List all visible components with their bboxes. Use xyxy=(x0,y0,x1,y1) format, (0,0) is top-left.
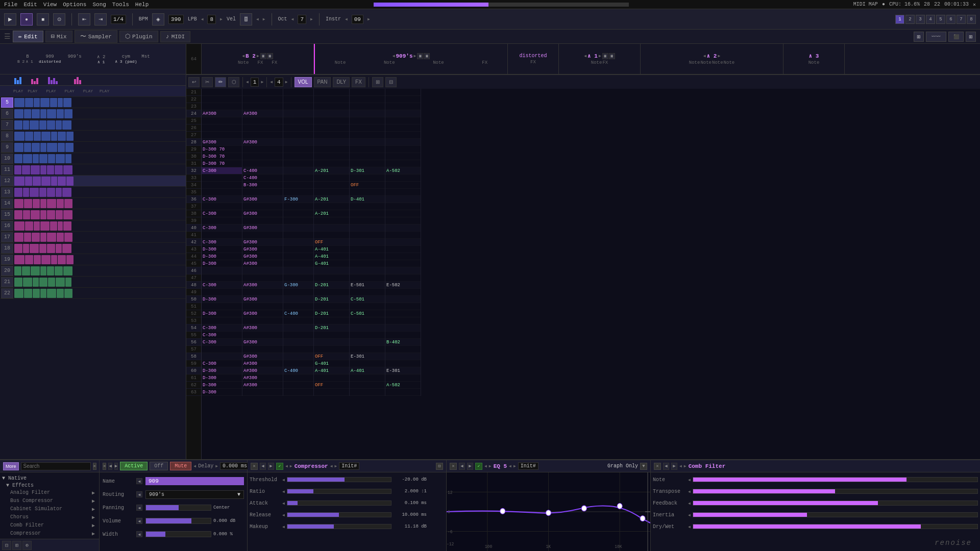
seq-cell[interactable] xyxy=(350,332,385,339)
pattern-block[interactable] xyxy=(40,199,46,208)
seq-cell[interactable]: OFF xyxy=(314,239,349,246)
seq-cell[interactable] xyxy=(385,267,421,274)
effect-comb-filter[interactable]: Comb Filter ▶ xyxy=(2,521,97,530)
quantize-value[interactable]: 1 xyxy=(251,78,259,87)
pattern-block[interactable] xyxy=(57,233,64,242)
seq-cell[interactable] xyxy=(283,360,313,367)
delay-value[interactable]: 0.000 ms xyxy=(220,462,251,470)
seq-cell[interactable]: D-300 xyxy=(202,246,242,253)
seq-cell[interactable]: D-300 xyxy=(202,310,242,317)
seq-cell[interactable] xyxy=(350,232,385,239)
seq-cell[interactable]: D-301 xyxy=(350,167,385,174)
pattern-block[interactable] xyxy=(57,289,64,298)
effects-close[interactable]: ✕ xyxy=(93,463,96,470)
pattern-block[interactable] xyxy=(14,244,22,253)
seq-cell[interactable] xyxy=(283,217,313,224)
seq-cell[interactable] xyxy=(385,153,421,160)
pattern-block[interactable] xyxy=(58,221,63,231)
pattern-block[interactable] xyxy=(24,199,32,208)
pattern-block[interactable] xyxy=(25,221,33,231)
pattern-block[interactable] xyxy=(14,199,23,208)
play-button[interactable]: ▶ xyxy=(4,13,16,26)
seq-cell[interactable] xyxy=(202,317,242,324)
seq-header-distorted[interactable]: distorted FX xyxy=(508,44,559,74)
pattern-block[interactable] xyxy=(65,154,71,163)
seq-cell[interactable]: G#300 xyxy=(242,224,283,232)
pattern-block[interactable] xyxy=(50,98,57,107)
seq-cell[interactable] xyxy=(350,374,385,382)
tab-plugin[interactable]: ⬡ Plugin xyxy=(119,31,158,42)
instr-up[interactable]: ▶ xyxy=(368,17,370,21)
seq-cell[interactable] xyxy=(385,196,421,203)
song-progress-bar[interactable] xyxy=(374,3,629,7)
seq-cell[interactable] xyxy=(385,182,421,189)
oct-down[interactable]: ◀ xyxy=(291,17,294,21)
seq-cell[interactable] xyxy=(385,253,421,260)
ratio-left[interactable]: ◀ xyxy=(282,489,285,494)
pattern-block[interactable] xyxy=(23,244,29,253)
seq-cell[interactable]: B-402 xyxy=(385,339,421,346)
seq-cell[interactable] xyxy=(350,224,385,232)
seq-cell[interactable] xyxy=(314,117,349,124)
seq-cell[interactable] xyxy=(350,239,385,246)
seq-cell[interactable] xyxy=(385,232,421,239)
seq-cell[interactable]: D-300 xyxy=(202,260,242,267)
pattern-block[interactable] xyxy=(65,143,74,152)
seq-cell[interactable]: A-201 xyxy=(314,167,349,174)
close-btn[interactable]: ✕ xyxy=(973,2,976,8)
threshold-slider[interactable] xyxy=(287,477,391,482)
seq-cell[interactable] xyxy=(314,346,349,353)
seq-cell[interactable] xyxy=(202,267,242,274)
expand-btn[interactable]: ⊞ xyxy=(372,77,383,87)
pattern-block[interactable] xyxy=(30,244,39,253)
comb-preset-left[interactable]: ◀ xyxy=(679,464,682,468)
seq-cell[interactable] xyxy=(283,253,313,260)
seq-cell[interactable]: C-300 xyxy=(202,360,242,367)
track-row[interactable]: 12 xyxy=(0,176,186,187)
pattern-block[interactable] xyxy=(56,120,62,130)
pattern-block[interactable] xyxy=(31,165,40,174)
seq-cell[interactable]: A-401 xyxy=(314,246,349,253)
makeup-left[interactable]: ◀ xyxy=(282,524,285,529)
seq-cell[interactable] xyxy=(350,246,385,253)
track-row[interactable]: 18 xyxy=(0,243,186,254)
seq-cell[interactable] xyxy=(385,239,421,246)
seq-cell[interactable] xyxy=(385,174,421,182)
layout-btn[interactable]: ⊞ xyxy=(966,32,976,42)
bpm-value[interactable]: 390 xyxy=(168,15,184,24)
pattern-block[interactable] xyxy=(47,233,56,242)
seq-cell[interactable] xyxy=(283,289,313,296)
track-row[interactable]: 10 xyxy=(0,153,186,164)
seq-cell[interactable] xyxy=(350,132,385,139)
threshold-left[interactable]: ◀ xyxy=(282,478,285,482)
steps-value[interactable]: 4 xyxy=(275,78,283,87)
comp-enable[interactable]: ✓ xyxy=(276,463,283,470)
pattern-block[interactable] xyxy=(56,154,65,163)
eq-close[interactable]: ✕ xyxy=(450,463,457,470)
effect-analog-filter[interactable]: Analog Filter ▶ xyxy=(2,489,97,497)
seq-cell[interactable]: C-400 xyxy=(242,174,283,182)
song-tab-8[interactable]: 8 xyxy=(967,15,976,24)
pattern-block[interactable] xyxy=(34,255,41,264)
seq-cell[interactable] xyxy=(314,89,349,96)
snap-tool[interactable]: ⬡ xyxy=(228,77,239,87)
pattern-block[interactable] xyxy=(39,154,47,163)
comb-drywet-slider[interactable] xyxy=(693,524,978,529)
seq-cell[interactable]: G-401 xyxy=(314,260,349,267)
seq-cell[interactable]: C-300 xyxy=(202,210,242,217)
pattern-block[interactable] xyxy=(23,188,29,197)
quantize-up[interactable]: ▶ xyxy=(261,80,263,84)
seq-cell[interactable] xyxy=(385,224,421,232)
delay-left[interactable]: ◀ xyxy=(193,464,196,468)
seq-cell[interactable]: A-502 xyxy=(385,382,421,389)
seq-cell[interactable] xyxy=(314,317,349,324)
menu-song[interactable]: Song xyxy=(92,2,106,8)
seq-cell[interactable]: D-300 xyxy=(202,382,242,389)
pattern-block[interactable] xyxy=(64,109,72,118)
seq-cell[interactable]: G#300 xyxy=(242,239,283,246)
909s-btn2[interactable]: ▣ xyxy=(424,53,430,59)
b2-prev[interactable]: ◀ xyxy=(242,54,244,58)
comb-transpose-slider[interactable] xyxy=(693,489,978,494)
eq-next[interactable]: ▶ xyxy=(467,463,473,470)
pattern-block[interactable] xyxy=(62,120,71,130)
